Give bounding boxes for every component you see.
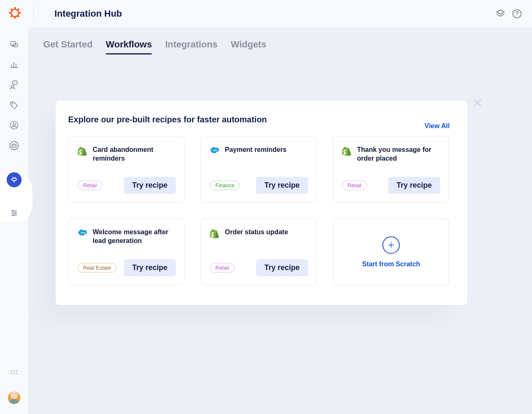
svg-point-33: [16, 373, 18, 374]
svg-point-26: [15, 212, 16, 213]
svg-point-29: [13, 370, 15, 372]
svg-point-20: [13, 123, 15, 126]
nav-tags-icon[interactable]: [10, 101, 19, 110]
salesforce-icon: sales: [210, 146, 219, 156]
nav-settings-sliders-icon[interactable]: [10, 209, 19, 217]
svg-point-27: [13, 214, 14, 216]
tab-integrations[interactable]: Integrations: [165, 39, 217, 55]
try-recipe-button[interactable]: Try recipe: [388, 177, 440, 194]
layers-icon[interactable]: [495, 9, 505, 19]
header-divider: [33, 6, 34, 21]
shopify-icon: [210, 229, 219, 240]
svg-point-7: [10, 15, 12, 17]
try-recipe-button[interactable]: Try recipe: [256, 259, 308, 276]
nav-chat-icon[interactable]: [9, 40, 19, 49]
view-all-link[interactable]: View All: [425, 122, 450, 130]
nav-user-icon[interactable]: [10, 121, 19, 130]
svg-point-10: [517, 15, 517, 16]
svg-point-5: [10, 8, 12, 10]
svg-rect-22: [12, 144, 16, 147]
apps-grid-icon[interactable]: [10, 369, 19, 380]
nav-contact-icon[interactable]: [9, 80, 19, 90]
tab-widgets[interactable]: Widgets: [231, 39, 266, 55]
tab-workflows[interactable]: Workflows: [106, 39, 152, 55]
svg-point-14: [14, 82, 15, 83]
category-tag: Retail: [342, 181, 367, 190]
try-recipe-button[interactable]: Try recipe: [124, 259, 176, 276]
recipes-panel: Explore our pre-built recipes for faster…: [56, 101, 467, 305]
svg-point-32: [13, 373, 15, 374]
shopify-icon: [78, 146, 87, 163]
recipe-card: Card abandonment reminders Retail Try re…: [68, 136, 185, 203]
app-logo-icon: [8, 6, 22, 21]
svg-point-19: [10, 121, 18, 129]
nav-analytics-icon[interactable]: [10, 60, 19, 69]
svg-point-23: [13, 145, 14, 146]
try-recipe-button[interactable]: Try recipe: [256, 177, 308, 194]
svg-point-31: [11, 373, 12, 374]
svg-text:sales: sales: [81, 232, 86, 234]
svg-point-2: [14, 17, 16, 19]
recipe-grid: Card abandonment reminders Retail Try re…: [68, 136, 456, 285]
nav-rail: [0, 27, 28, 414]
plus-icon: [382, 236, 400, 254]
salesforce-icon: sales: [78, 229, 87, 245]
page-title: Integration Hub: [54, 8, 122, 19]
category-tag: Retail: [210, 263, 234, 273]
recipe-card: sales Payment reminders Finance Try reci…: [200, 136, 317, 203]
recipe-title: Welcome message after lead generation: [93, 228, 176, 245]
recipe-card: Thank you message for order placed Retai…: [332, 136, 449, 203]
svg-point-18: [12, 103, 13, 104]
recipe-card: sales Welcome message after lead generat…: [68, 218, 185, 285]
svg-point-4: [19, 12, 21, 14]
svg-point-16: [16, 82, 17, 83]
svg-point-6: [17, 15, 19, 17]
recipe-card: Order status update Retail Try recipe: [200, 218, 317, 285]
recipe-title: Thank you message for order placed: [357, 146, 440, 163]
svg-text:sales: sales: [213, 149, 218, 151]
start-from-scratch-card[interactable]: Start from Scratch: [332, 218, 449, 285]
svg-point-15: [15, 82, 16, 83]
svg-point-3: [9, 12, 11, 14]
try-recipe-button[interactable]: Try recipe: [124, 177, 176, 194]
category-tag: Real Estate: [78, 263, 116, 273]
nav-integrations-icon[interactable]: [7, 172, 22, 187]
nav-bot-icon[interactable]: [9, 141, 19, 151]
svg-point-1: [14, 7, 16, 9]
svg-point-25: [12, 210, 13, 211]
panel-title: Explore our pre-built recipes for faster…: [68, 115, 267, 124]
svg-point-24: [15, 145, 15, 146]
tab-get-started[interactable]: Get Started: [43, 39, 93, 55]
category-tag: Retail: [78, 181, 102, 190]
category-tag: Finance: [210, 181, 240, 190]
svg-point-21: [10, 141, 18, 150]
svg-point-30: [16, 370, 18, 372]
user-avatar[interactable]: [8, 392, 20, 404]
svg-point-28: [11, 370, 12, 372]
app-header: Integration Hub: [0, 0, 532, 27]
shopify-icon: [342, 146, 351, 163]
content-area: Get Started Workflows Integrations Widge…: [28, 27, 532, 414]
close-icon[interactable]: [472, 97, 483, 110]
start-from-scratch-label: Start from Scratch: [362, 260, 420, 268]
recipe-title: Payment reminders: [225, 146, 287, 156]
svg-point-8: [17, 8, 19, 10]
recipe-title: Order status update: [225, 228, 288, 240]
recipe-title: Card abandonment reminders: [93, 146, 176, 163]
help-icon[interactable]: [512, 9, 522, 19]
svg-point-0: [11, 9, 19, 17]
tab-bar: Get Started Workflows Integrations Widge…: [28, 27, 532, 55]
